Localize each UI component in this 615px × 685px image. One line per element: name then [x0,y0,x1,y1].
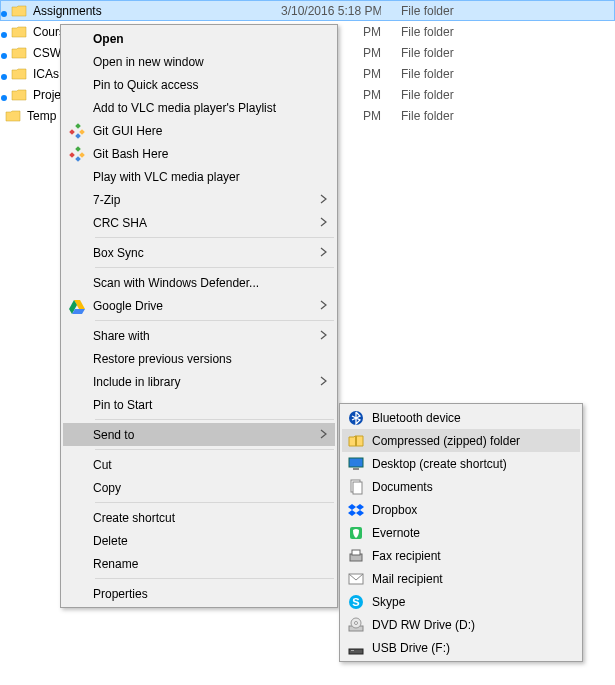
svg-rect-3 [79,129,85,135]
menu-google-drive[interactable]: Google Drive [63,294,335,317]
svg-rect-31 [351,650,354,651]
separator [95,502,334,503]
menu-properties[interactable]: Properties [63,582,335,605]
file-type: File folder [381,88,454,102]
folder-icon [5,108,21,124]
svg-rect-5 [75,146,81,152]
chevron-right-icon [319,216,329,230]
sendto-bluetooth[interactable]: Bluetooth device [342,406,580,429]
folder-icon [11,66,27,82]
bluetooth-icon [348,410,364,426]
sendto-usb-drive[interactable]: USB Drive (F:) [342,636,580,659]
svg-rect-7 [79,152,85,158]
sendto-mail[interactable]: Mail recipient [342,567,580,590]
sendto-evernote[interactable]: Evernote [342,521,580,544]
menu-open-new-window[interactable]: Open in new window [63,50,335,73]
menu-delete[interactable]: Delete [63,529,335,552]
file-type: File folder [381,109,454,123]
menu-open[interactable]: Open [63,27,335,50]
svg-marker-19 [348,510,356,516]
svg-marker-20 [356,510,364,516]
git-icon [69,146,85,162]
disc-drive-icon [348,617,364,633]
sendto-dvd-drive[interactable]: DVD RW Drive (D:) [342,613,580,636]
sendto-fax[interactable]: Fax recipient [342,544,580,567]
file-type: File folder [381,67,454,81]
svg-point-29 [355,621,358,624]
sendto-skype[interactable]: S Skype [342,590,580,613]
pin-icon [1,32,7,38]
svg-rect-4 [69,152,75,158]
menu-restore-previous[interactable]: Restore previous versions [63,347,335,370]
documents-icon [348,479,364,495]
file-type: File folder [381,25,454,39]
sendto-compressed[interactable]: Compressed (zipped) folder [342,429,580,452]
usb-drive-icon [348,640,364,656]
separator [95,267,334,268]
mail-icon [348,571,364,587]
svg-text:S: S [352,596,359,608]
file-name: Temp [27,109,56,123]
svg-rect-14 [353,468,359,470]
menu-play-vlc[interactable]: Play with VLC media player [63,165,335,188]
svg-rect-0 [69,129,75,135]
menu-git-gui[interactable]: Git GUI Here [63,119,335,142]
separator [95,578,334,579]
chevron-right-icon [319,193,329,207]
google-drive-icon [69,298,85,314]
svg-rect-23 [352,550,360,555]
separator [95,237,334,238]
svg-rect-16 [353,482,362,494]
file-date: 3/10/2016 5:18 PM [281,4,381,18]
svg-marker-17 [348,504,356,510]
desktop-icon [348,456,364,472]
chevron-right-icon [319,246,329,260]
pin-icon [1,53,7,59]
sendto-dropbox[interactable]: Dropbox [342,498,580,521]
menu-box-sync[interactable]: Box Sync [63,241,335,264]
svg-rect-13 [349,458,363,467]
menu-7zip[interactable]: 7-Zip [63,188,335,211]
pin-icon [1,11,7,17]
menu-crc-sha[interactable]: CRC SHA [63,211,335,234]
pin-icon [1,95,7,101]
context-menu: Open Open in new window Pin to Quick acc… [60,24,338,608]
chevron-right-icon [319,375,329,389]
git-icon [69,123,85,139]
svg-rect-6 [75,156,81,162]
separator [95,320,334,321]
menu-send-to[interactable]: Send to [63,423,335,446]
menu-rename[interactable]: Rename [63,552,335,575]
skype-icon: S [348,594,364,610]
separator [95,449,334,450]
folder-icon [11,3,27,19]
folder-icon [11,24,27,40]
file-row[interactable]: Assignments3/10/2016 5:18 PMFile folder [0,0,615,21]
file-name: ICAs [33,67,59,81]
evernote-icon [348,525,364,541]
menu-copy[interactable]: Copy [63,476,335,499]
folder-icon [11,45,27,61]
chevron-right-icon [319,329,329,343]
menu-windows-defender[interactable]: Scan with Windows Defender... [63,271,335,294]
menu-git-bash[interactable]: Git Bash Here [63,142,335,165]
pin-icon [1,74,7,80]
menu-pin-start[interactable]: Pin to Start [63,393,335,416]
svg-marker-18 [356,504,364,510]
svg-rect-1 [75,123,81,129]
sendto-desktop[interactable]: Desktop (create shortcut) [342,452,580,475]
file-type: File folder [381,4,454,18]
menu-share-with[interactable]: Share with [63,324,335,347]
file-type: File folder [381,46,454,60]
sendto-documents[interactable]: Documents [342,475,580,498]
menu-create-shortcut[interactable]: Create shortcut [63,506,335,529]
svg-rect-2 [75,133,81,139]
menu-add-vlc-playlist[interactable]: Add to VLC media player's Playlist [63,96,335,119]
menu-pin-quick-access[interactable]: Pin to Quick access [63,73,335,96]
zip-folder-icon [348,433,364,449]
sendto-submenu: Bluetooth device Compressed (zipped) fol… [339,403,583,662]
file-name: Assignments [33,4,102,18]
fax-icon [348,548,364,564]
menu-cut[interactable]: Cut [63,453,335,476]
menu-include-library[interactable]: Include in library [63,370,335,393]
